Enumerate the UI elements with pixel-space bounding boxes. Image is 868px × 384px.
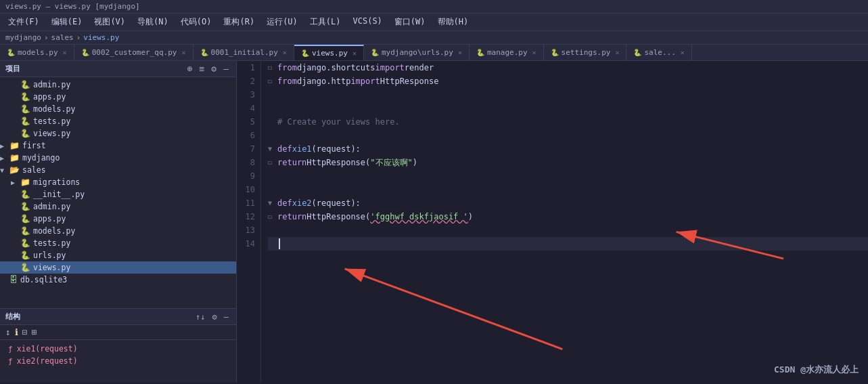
sidebar-item-first[interactable]: ▶ 📁 first — [0, 140, 236, 152]
sidebar-btn-locate[interactable]: ⊕ — [185, 64, 195, 74]
py-icon: 🐍 — [301, 49, 309, 57]
tab-settings[interactable]: 🐍 settings.py ✕ — [544, 45, 627, 60]
list-item[interactable]: 🐍 models.py — [0, 225, 236, 237]
structure-item-label: xie1(request) — [17, 344, 78, 354]
sort-alpha-btn[interactable]: ↕ — [5, 327, 11, 337]
code-line-12: ◻ return HttpResponse( 'fgghwf dskfjaosi… — [268, 210, 868, 223]
folder-icon: 📁 — [9, 141, 20, 150]
tab-sale[interactable]: 🐍 sale... ✕ — [626, 45, 691, 60]
sidebar-btn-collapse[interactable]: ≡ — [198, 64, 207, 74]
close-settings[interactable]: ✕ — [615, 49, 619, 56]
menu-vcs[interactable]: VCS(S) — [348, 15, 388, 29]
menu-nav[interactable]: 导航(N) — [132, 15, 174, 29]
db-file-icon: 🗄 — [9, 275, 18, 284]
structure-item-label: xie2(request) — [17, 356, 78, 366]
tab-mydjango-urls[interactable]: 🐍 mydjango\urls.py ✕ — [364, 45, 470, 60]
line-numbers: 1 2 3 4 5 6 7 8 9 10 11 12 13 14 — [237, 61, 261, 383]
list-item[interactable]: 🐍 apps.py — [0, 91, 236, 103]
structure-header: 结构 ↑↓ ⚙ — — [0, 309, 236, 325]
list-item[interactable]: 🐍 admin.py — [0, 79, 236, 91]
close-0002[interactable]: ✕ — [181, 49, 185, 56]
sidebar-item-sales[interactable]: ▼ 📂 sales — [0, 164, 236, 176]
fold-arrow: ◻ — [268, 156, 277, 169]
close-0001[interactable]: ✕ — [283, 49, 287, 56]
menu-view[interactable]: 视图(V) — [89, 15, 131, 29]
py-file-icon: 🐍 — [20, 202, 30, 211]
tree-arrow-migrations: ▶ — [11, 179, 19, 186]
filter2-btn[interactable]: ⊞ — [32, 327, 37, 337]
main-layout: 项目 ⊕ ≡ ⚙ — 🐍 admin.py 🐍 apps.py — [0, 61, 868, 383]
py-icon: 🐍 — [633, 49, 641, 56]
fold-arrow: ▼ — [268, 142, 277, 156]
list-item[interactable]: 🐍 apps.py — [0, 213, 236, 225]
sidebar-label-first: first — [22, 141, 46, 150]
menu-file[interactable]: 文件(F) — [3, 15, 45, 29]
code-line-14 — [268, 237, 868, 251]
close-models-py[interactable]: ✕ — [63, 49, 67, 56]
code-line-7: ▼ def xie1 (request): — [268, 142, 868, 156]
code-line-9 — [268, 169, 868, 183]
close-manage[interactable]: ✕ — [532, 49, 536, 56]
code-line-4 — [268, 102, 868, 115]
tab-manage[interactable]: 🐍 manage.py ✕ — [470, 45, 544, 60]
menu-run[interactable]: 运行(U) — [261, 15, 303, 29]
breadcrumb: mydjango › sales › views.py — [0, 31, 868, 45]
tab-bar: 🐍 models.py ✕ 🐍 0002_customer_qq.py ✕ 🐍 … — [0, 45, 868, 61]
title-text: views.py – views.py [mydjango] — [5, 2, 140, 11]
tab-0002[interactable]: 🐍 0002_customer_qq.py ✕ — [74, 45, 193, 60]
fold-arrow: ◻ — [268, 210, 277, 223]
tab-views-py[interactable]: 🐍 views.py ✕ — [294, 45, 364, 60]
py-file-icon: 🐍 — [20, 129, 30, 138]
close-sale[interactable]: ✕ — [681, 49, 685, 56]
structure-btn-2[interactable]: ⚙ — [210, 312, 219, 322]
breadcrumb-root[interactable]: mydjango — [5, 33, 41, 42]
folder-icon: 📁 — [9, 153, 20, 163]
sidebar-label-views-py: views.py — [33, 263, 70, 272]
tab-0001[interactable]: 🐍 0001_initial.py ✕ — [193, 45, 294, 60]
expand-btn[interactable]: ℹ — [15, 327, 18, 337]
file-tree: 🐍 admin.py 🐍 apps.py 🐍 models.py 🐍 tests… — [0, 77, 236, 308]
py-file-icon: 🐍 — [20, 214, 30, 223]
sidebar-item-mydjango[interactable]: ▶ 📁 mydjango — [0, 152, 236, 164]
structure-item-xie2[interactable]: ƒ xie2(request) — [5, 355, 231, 367]
py-file-icon: 🐍 — [20, 190, 30, 199]
sidebar-item-db[interactable]: 🗄 db.sqlite3 — [0, 274, 236, 286]
structure-btn-1[interactable]: ↑↓ — [193, 312, 207, 322]
list-item[interactable]: 🐍 models.py — [0, 103, 236, 115]
menu-tools[interactable]: 工具(L) — [304, 15, 346, 29]
menu-edit[interactable]: 编辑(E) — [46, 15, 88, 29]
menu-code[interactable]: 代码(O) — [175, 15, 217, 29]
code-line-13 — [268, 223, 868, 237]
tab-models-py[interactable]: 🐍 models.py ✕ — [0, 45, 74, 60]
list-item[interactable]: 🐍 admin.py — [0, 200, 236, 213]
py-file-icon: 🐍 — [20, 238, 30, 248]
close-mydjango-urls[interactable]: ✕ — [458, 49, 462, 56]
code-line-8: ◻ return HttpResponse( "不应该啊" ) — [268, 156, 868, 169]
breadcrumb-file[interactable]: views.py — [83, 33, 119, 42]
list-item[interactable]: 🐍 views.py — [0, 127, 236, 140]
code-editor[interactable]: 1 2 3 4 5 6 7 8 9 10 11 12 13 14 ◻ from — [237, 61, 868, 383]
py-file-icon: 🐍 — [20, 80, 30, 89]
list-item[interactable]: 🐍 urls.py — [0, 249, 236, 261]
menu-refactor[interactable]: 重构(R) — [218, 15, 260, 29]
list-item[interactable]: 🐍 __init__.py — [0, 188, 236, 200]
code-line-6 — [268, 129, 868, 142]
breadcrumb-sales[interactable]: sales — [51, 33, 74, 42]
sidebar-btn-settings[interactable]: ⚙ — [209, 64, 219, 74]
menu-help[interactable]: 帮助(H) — [432, 15, 474, 29]
sidebar-item-migrations[interactable]: ▶ 📁 migrations — [0, 176, 236, 188]
code-content: 1 2 3 4 5 6 7 8 9 10 11 12 13 14 ◻ from — [237, 61, 868, 383]
list-item[interactable]: 🐍 tests.py — [0, 237, 236, 249]
sidebar-btn-hide[interactable]: — — [221, 64, 231, 74]
close-views-py[interactable]: ✕ — [352, 49, 357, 57]
list-item[interactable]: 🐍 tests.py — [0, 115, 236, 127]
code-line-11: ▼ def xie2 (request): — [268, 196, 868, 210]
filter-btn[interactable]: ⊟ — [22, 327, 28, 337]
code-lines[interactable]: ◻ from django.shortcuts import render ◻ … — [261, 61, 868, 383]
structure-btn-hide[interactable]: — — [222, 312, 231, 322]
sidebar-item-views-py[interactable]: 🐍 views.py — [0, 261, 236, 274]
menu-window[interactable]: 窗口(W) — [389, 15, 431, 29]
structure-tools-row: ↕ ℹ ⊟ ⊞ — [0, 325, 236, 340]
sidebar-label-sales: sales — [22, 165, 46, 175]
structure-item-xie1[interactable]: ƒ xie1(request) — [5, 343, 231, 355]
